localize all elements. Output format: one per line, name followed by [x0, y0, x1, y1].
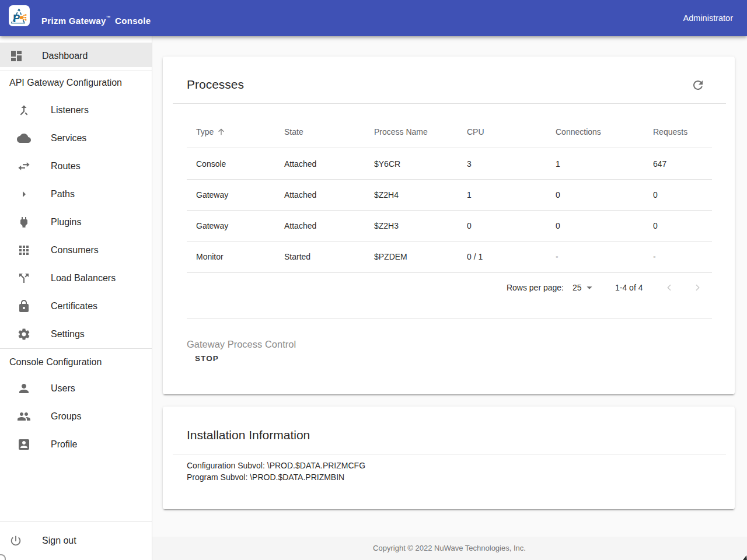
svg-text:P: P — [13, 12, 20, 24]
